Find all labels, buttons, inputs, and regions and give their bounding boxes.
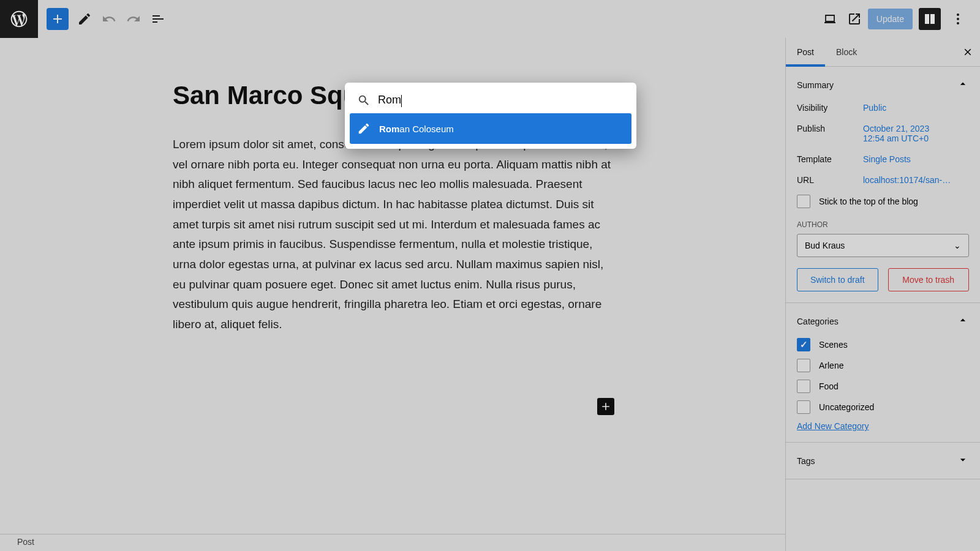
svg-point-2 xyxy=(957,22,959,24)
post-body[interactable]: Lorem ipsum dolor sit amet, consectetur … xyxy=(173,135,614,335)
undo-button xyxy=(98,8,120,30)
tab-block[interactable]: Block xyxy=(825,38,868,66)
panel-categories: Categories Scenes Arlene Food Uncategori… xyxy=(786,303,980,443)
top-toolbar: Update xyxy=(0,0,980,38)
url-value[interactable]: localhost:10174/san-… xyxy=(863,175,969,185)
settings-sidebar: Post Block Summary VisibilityPublic Publ… xyxy=(785,38,980,551)
category-label: Scenes xyxy=(819,340,848,350)
author-heading: AUTHOR xyxy=(797,220,969,229)
svg-point-1 xyxy=(957,18,959,20)
add-category-link[interactable]: Add New Category xyxy=(797,421,869,431)
category-label: Arlene xyxy=(819,361,843,370)
move-trash-button[interactable]: Move to trash xyxy=(888,268,970,291)
chevron-up-icon[interactable] xyxy=(957,314,969,328)
visibility-label: Visibility xyxy=(797,103,863,113)
view-button[interactable] xyxy=(819,8,841,30)
more-options-button[interactable] xyxy=(947,8,969,30)
author-select[interactable]: Bud Kraus⌄ xyxy=(797,234,969,257)
chevron-down-icon: ⌄ xyxy=(954,241,961,250)
switch-draft-button[interactable]: Switch to draft xyxy=(797,268,878,291)
settings-toggle-button[interactable] xyxy=(919,8,941,30)
post-icon xyxy=(357,122,371,135)
add-block-button[interactable] xyxy=(47,8,69,30)
tools-button[interactable] xyxy=(74,8,96,30)
search-icon xyxy=(357,94,371,107)
summary-title: Summary xyxy=(797,80,834,90)
publish-value[interactable]: October 21, 202312:54 am UTC+0 xyxy=(863,124,969,143)
wordpress-logo[interactable] xyxy=(0,0,38,38)
publish-label: Publish xyxy=(797,124,863,143)
search-input[interactable]: Rom xyxy=(378,94,624,107)
stick-checkbox[interactable] xyxy=(797,195,810,208)
tags-title: Tags xyxy=(797,456,815,466)
tab-post[interactable]: Post xyxy=(786,38,825,66)
panel-tags: Tags xyxy=(786,443,980,479)
panel-summary: Summary VisibilityPublic PublishOctober … xyxy=(786,67,980,303)
chevron-up-icon[interactable] xyxy=(957,78,969,92)
category-checkbox-food[interactable] xyxy=(797,380,810,393)
chevron-down-icon[interactable] xyxy=(957,454,969,468)
template-label: Template xyxy=(797,154,863,164)
template-value[interactable]: Single Posts xyxy=(863,154,969,164)
url-label: URL xyxy=(797,175,863,185)
visibility-value[interactable]: Public xyxy=(863,103,969,113)
category-label: Food xyxy=(819,381,839,391)
stick-label: Stick to the top of the blog xyxy=(819,197,918,206)
external-link-button[interactable] xyxy=(843,8,865,30)
svg-point-0 xyxy=(957,13,959,16)
redo-button xyxy=(123,8,145,30)
category-checkbox-scenes[interactable] xyxy=(797,338,810,351)
categories-title: Categories xyxy=(797,317,839,326)
search-suggestion[interactable]: Roman Coloseum xyxy=(350,113,631,144)
close-panel-button[interactable] xyxy=(956,38,980,66)
category-checkbox-uncategorized[interactable] xyxy=(797,400,810,414)
category-label: Uncategorized xyxy=(819,402,874,412)
breadcrumb[interactable]: Post xyxy=(0,534,785,551)
document-overview-button[interactable] xyxy=(147,8,169,30)
link-search-popover: Rom Roman Coloseum xyxy=(345,83,636,149)
update-button: Update xyxy=(868,9,913,29)
append-block-button[interactable] xyxy=(597,398,614,415)
category-checkbox-arlene[interactable] xyxy=(797,359,810,372)
